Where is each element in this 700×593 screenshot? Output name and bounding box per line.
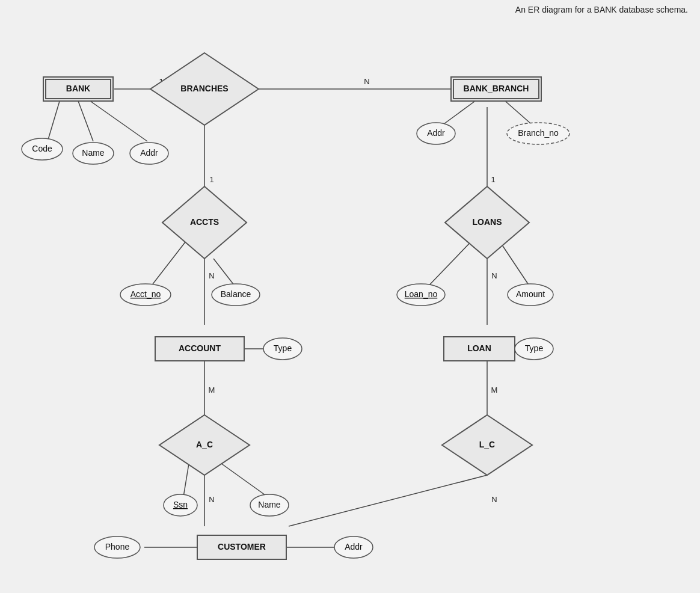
svg-text:N: N: [209, 271, 214, 280]
svg-text:Type: Type: [274, 343, 292, 353]
svg-text:Acct_no: Acct_no: [130, 289, 161, 299]
svg-text:Branch_no: Branch_no: [518, 128, 559, 138]
svg-text:N: N: [209, 495, 214, 504]
svg-text:A_C: A_C: [196, 440, 213, 449]
svg-text:1: 1: [491, 175, 495, 184]
svg-line-21: [183, 460, 189, 497]
er-diagram: An ER diagram for a BANK database schema…: [0, 0, 700, 593]
svg-line-11: [78, 101, 93, 141]
svg-text:Ssn: Ssn: [173, 500, 188, 509]
svg-text:1: 1: [209, 175, 213, 184]
svg-line-10: [48, 99, 60, 140]
svg-text:Addr: Addr: [427, 128, 445, 138]
svg-text:Balance: Balance: [221, 289, 251, 299]
svg-text:Phone: Phone: [105, 542, 130, 552]
svg-line-16: [213, 259, 235, 286]
svg-text:LOAN: LOAN: [467, 343, 491, 353]
svg-text:Code: Code: [32, 144, 52, 153]
svg-text:N: N: [364, 77, 369, 86]
svg-text:Name: Name: [258, 500, 281, 509]
svg-line-9: [289, 475, 487, 526]
svg-text:N: N: [491, 271, 497, 280]
svg-line-22: [216, 460, 268, 497]
svg-text:Amount: Amount: [516, 289, 545, 299]
svg-text:BANK: BANK: [66, 84, 90, 93]
svg-text:Name: Name: [82, 148, 105, 158]
svg-text:ACCTS: ACCTS: [190, 217, 219, 227]
svg-text:ACCOUNT: ACCOUNT: [179, 343, 221, 353]
svg-text:Addr: Addr: [140, 148, 158, 158]
svg-text:M: M: [491, 386, 498, 395]
svg-text:Loan_no: Loan_no: [405, 289, 438, 299]
svg-text:Addr: Addr: [345, 542, 363, 552]
svg-text:M: M: [209, 386, 215, 395]
svg-text:N: N: [491, 495, 497, 504]
svg-line-17: [427, 241, 472, 287]
svg-line-15: [149, 241, 186, 289]
svg-text:BRANCHES: BRANCHES: [180, 84, 228, 93]
svg-line-12: [90, 101, 147, 141]
svg-text:CUSTOMER: CUSTOMER: [218, 542, 266, 552]
svg-text:LOANS: LOANS: [473, 217, 502, 227]
svg-text:BANK_BRANCH: BANK_BRANCH: [464, 84, 529, 93]
svg-line-18: [499, 241, 529, 286]
svg-text:Type: Type: [525, 343, 544, 353]
svg-text:L_C: L_C: [479, 440, 495, 449]
